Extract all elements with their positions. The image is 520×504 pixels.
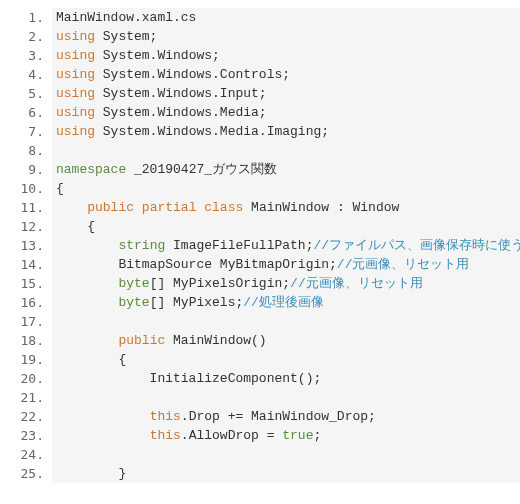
code-token: .Drop += MainWindow_Drop; [181,409,376,424]
code-block: 1.2.3.4.5.6.7.8.9.10.11.12.13.14.15.16.1… [12,8,520,483]
line-number: 6. [12,103,44,122]
code-token: .AllowDrop = [181,428,282,443]
code-line: using System; [56,27,520,46]
code-token: //元画像、リセット用 [290,276,423,291]
code-token: System.Windows; [95,48,220,63]
line-number: 24. [12,445,44,464]
line-number: 17. [12,312,44,331]
code-token: class [204,200,243,215]
code-token: { [56,352,126,367]
line-number: 19. [12,350,44,369]
code-line [56,312,520,331]
code-token: using [56,29,95,44]
line-number: 5. [12,84,44,103]
code-token: true [282,428,313,443]
code-line: public MainWindow() [56,331,520,350]
code-token: System.Windows.Input; [95,86,267,101]
code-line: { [56,179,520,198]
line-number: 15. [12,274,44,293]
code-token [56,333,118,348]
code-token: //処理後画像 [243,295,324,310]
code-line [56,388,520,407]
line-number: 21. [12,388,44,407]
code-token: public [87,200,134,215]
code-token [56,200,87,215]
line-number: 23. [12,426,44,445]
line-number: 12. [12,217,44,236]
code-token: MainWindow : Window [243,200,399,215]
code-token: partial [142,200,197,215]
code-token: //元画像、リセット用 [337,257,470,272]
code-token: MainWindow() [165,333,266,348]
code-token [56,238,118,253]
code-line: byte[] MyPixels;//処理後画像 [56,293,520,312]
code-line: using System.Windows.Media; [56,103,520,122]
line-number: 10. [12,179,44,198]
line-number: 8. [12,141,44,160]
line-number: 13. [12,236,44,255]
line-number: 3. [12,46,44,65]
line-number: 14. [12,255,44,274]
code-token: using [56,86,95,101]
code-token: public [118,333,165,348]
code-token: { [56,181,64,196]
code-line: namespace _20190427_ガウス関数 [56,160,520,179]
code-line: public partial class MainWindow : Window [56,198,520,217]
code-line: byte[] MyPixelsOrigin;//元画像、リセット用 [56,274,520,293]
code-line: using System.Windows.Media.Imaging; [56,122,520,141]
line-number: 9. [12,160,44,179]
code-token: //ファイルパス、画像保存時に使う [313,238,520,253]
code-token: MainWindow.xaml.cs [56,10,196,25]
code-token [56,409,150,424]
code-token: [] MyPixels; [150,295,244,310]
code-line: using System.Windows.Input; [56,84,520,103]
line-number: 7. [12,122,44,141]
code-token: System.Windows.Media.Imaging; [95,124,329,139]
code-line: string ImageFileFullPath;//ファイルパス、画像保存時に… [56,236,520,255]
code-line: InitializeComponent(); [56,369,520,388]
code-token: using [56,124,95,139]
line-number: 20. [12,369,44,388]
code-area: MainWindow.xaml.csusing System;using Sys… [52,8,520,483]
code-line: BitmapSource MyBitmapOrigin;//元画像、リセット用 [56,255,520,274]
code-token: } [56,466,126,481]
code-line: this.AllowDrop = true; [56,426,520,445]
code-token [56,428,150,443]
line-number: 2. [12,27,44,46]
code-token: byte [118,295,149,310]
code-token: { [56,219,95,234]
code-line: { [56,217,520,236]
code-token: ImageFileFullPath; [165,238,313,253]
code-token [56,276,118,291]
code-line: using System.Windows; [56,46,520,65]
code-line [56,445,520,464]
line-number: 22. [12,407,44,426]
code-token [56,295,118,310]
code-token: InitializeComponent(); [56,371,321,386]
line-number: 25. [12,464,44,483]
code-token: using [56,67,95,82]
line-number: 4. [12,65,44,84]
code-token: BitmapSource MyBitmapOrigin; [56,257,337,272]
code-token: ; [313,428,321,443]
line-number: 18. [12,331,44,350]
code-line: } [56,464,520,483]
code-token: this [150,428,181,443]
code-token: System.Windows.Media; [95,105,267,120]
line-number-gutter: 1.2.3.4.5.6.7.8.9.10.11.12.13.14.15.16.1… [12,8,52,483]
code-token: System; [95,29,157,44]
code-token: this [150,409,181,424]
code-token: _20190427_ガウス関数 [126,162,277,177]
line-number: 16. [12,293,44,312]
code-token: byte [118,276,149,291]
code-line: using System.Windows.Controls; [56,65,520,84]
line-number: 1. [12,8,44,27]
code-token: string [118,238,165,253]
code-token: namespace [56,162,126,177]
code-line [56,141,520,160]
code-line: MainWindow.xaml.cs [56,8,520,27]
code-token [134,200,142,215]
code-token: using [56,48,95,63]
code-line: { [56,350,520,369]
line-number: 11. [12,198,44,217]
